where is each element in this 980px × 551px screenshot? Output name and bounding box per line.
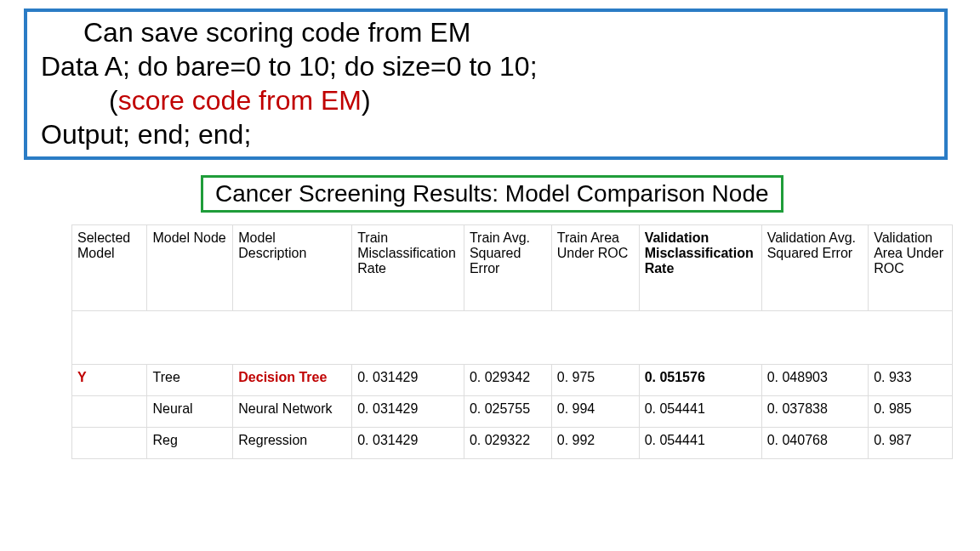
paren-close: ) [362,85,371,116]
table-row-spacer [72,311,953,365]
table-cell: 0. 051576 [639,365,761,396]
table-cell: 0. 029322 [464,428,551,459]
table-cell: 0. 040768 [761,428,869,459]
table-cell: 0. 987 [869,428,953,459]
header-train-roc: Train Area Under ROC [551,225,639,311]
slide: Can save scoring code from EM Data A; do… [0,0,980,551]
header-valid-roc: Validation Area Under ROC [869,225,953,311]
header-selected-model: Selected Model [72,225,147,311]
results-table: Selected Model Model Node Model Descript… [71,224,953,459]
table-cell [72,428,147,459]
header-train-misclass: Train Misclassification Rate [352,225,464,311]
header-row: Selected Model Model Node Model Descript… [72,225,953,311]
table-cell: Reg [147,428,233,459]
header-model-node: Model Node [147,225,233,311]
score-code-red: score code from EM [118,85,362,116]
table-cell: 0. 054441 [639,396,761,428]
header-valid-avg-sq: Validation Avg. Squared Error [761,225,869,311]
results-table-wrap: Selected Model Model Node Model Descript… [71,224,956,459]
table-row: YTreeDecision Tree0. 0314290. 0293420. 9… [72,365,953,396]
table-cell: 0. 985 [869,396,953,428]
table-cell: 0. 029342 [464,365,551,396]
code-line-3: (score code from EM) [41,83,936,117]
table-cell: Decision Tree [233,365,352,396]
table-cell: 0. 048903 [761,365,869,396]
header-train-avg-sq: Train Avg. Squared Error [464,225,551,311]
results-title: Cancer Screening Results: Model Comparis… [201,175,783,213]
table-cell: 0. 975 [551,365,639,396]
table-cell: Tree [147,365,233,396]
table-cell [72,396,147,428]
table-body: YTreeDecision Tree0. 0314290. 0293420. 9… [72,311,953,459]
header-valid-misclass: Validation Misclassification Rate [639,225,761,311]
header-model-description: Model Description [233,225,352,311]
paren-open: ( [109,85,118,116]
table-cell: Y [72,365,147,396]
table-cell: 0. 031429 [352,428,464,459]
code-box: Can save scoring code from EM Data A; do… [24,9,948,160]
table-cell: 0. 054441 [639,428,761,459]
table-cell: Neural [147,396,233,428]
table-row: RegRegression0. 0314290. 0293220. 9920. … [72,428,953,459]
table-cell: 0. 994 [551,396,639,428]
table-cell: 0. 025755 [464,396,551,428]
code-line-2: Data A; do bare=0 to 10; do size=0 to 10… [41,49,936,83]
table-cell: Regression [233,428,352,459]
table-cell: 0. 031429 [352,365,464,396]
code-line-4: Output; end; end; [41,117,936,151]
table-cell: 0. 037838 [761,396,869,428]
table-cell: Neural Network [233,396,352,428]
table-cell: 0. 992 [551,428,639,459]
table-row: NeuralNeural Network0. 0314290. 0257550.… [72,396,953,428]
table-cell: 0. 031429 [352,396,464,428]
code-line-1: Can save scoring code from EM [41,15,936,49]
table-cell: 0. 933 [869,365,953,396]
